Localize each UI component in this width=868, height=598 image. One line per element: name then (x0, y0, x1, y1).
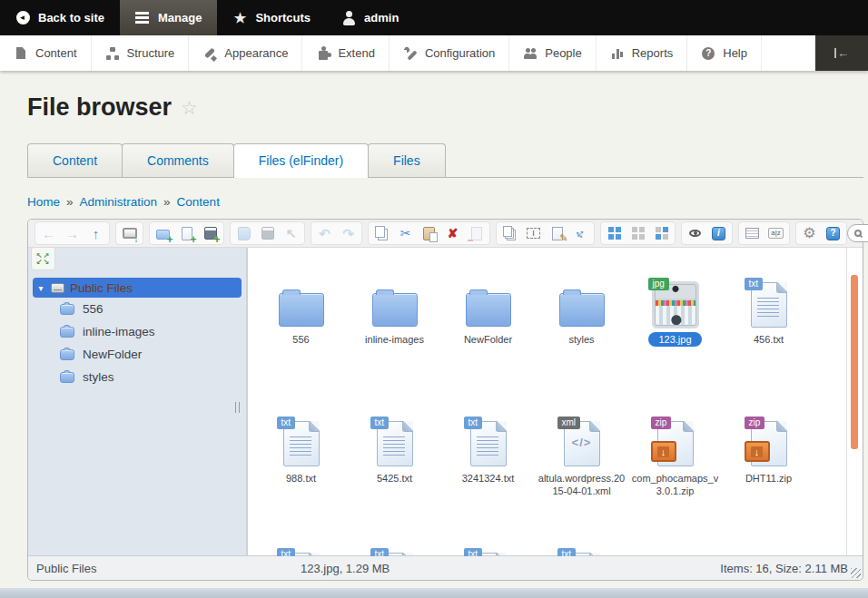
file-item-556[interactable]: 556 (254, 277, 348, 347)
file-item-3241324-txt[interactable]: txt3241324.txt (441, 416, 535, 498)
admin-menu-configuration[interactable]: Configuration (390, 35, 509, 71)
nav-item-styles[interactable]: styles (28, 366, 246, 388)
breadcrumb-link-home[interactable]: Home (27, 195, 60, 209)
elfinder-widget: ✖ ↖↗↙↘ ▾Public Files556inline-imagesNewF… (27, 219, 863, 581)
home-icon (123, 226, 137, 240)
tab-comments[interactable]: Comments (122, 143, 234, 177)
file-item-styles[interactable]: styles (535, 277, 628, 347)
filetype-badge: txt (277, 548, 296, 556)
file-row: txt988.txttxt5425.txttxt3241324.txtxml</… (254, 416, 815, 498)
new-file-button[interactable] (175, 223, 198, 243)
admin-bar-item-manage[interactable]: Manage (120, 0, 217, 35)
details-button[interactable] (741, 223, 764, 243)
scrollbar-thumb[interactable] (851, 275, 858, 449)
new-folder-button[interactable] (152, 223, 174, 243)
status-selected-file: 123.jpg, 1.29 MB (301, 562, 390, 575)
copy-button[interactable] (370, 223, 393, 243)
page-content: File browser ☆ ContentCommentsFiles (elF… (0, 71, 868, 581)
file-item-dht11-zip[interactable]: zipDHT11.zip (722, 416, 815, 498)
search-icon (854, 230, 862, 237)
toolbar-group (35, 221, 110, 245)
people-icon (523, 46, 538, 61)
preview-button[interactable] (684, 223, 706, 243)
toolbar-group (795, 221, 847, 245)
home-button[interactable] (118, 223, 141, 243)
admin-menu-label: Extend (338, 46, 374, 60)
admin-bar-item-admin[interactable]: admin (326, 0, 414, 35)
duplicate-button[interactable] (498, 223, 521, 243)
file-item-5425-txt[interactable]: txt5425.txt (348, 416, 441, 498)
admin-bar-item-label: admin (364, 11, 399, 25)
file-icon: jpg (652, 277, 699, 329)
favorite-star-icon[interactable]: ☆ (181, 97, 198, 119)
file-row: 556inline-imagesNewFolderstylesjpg123.jp… (254, 277, 815, 347)
file-item-988-txt[interactable]: txt988.txt (254, 416, 348, 498)
admin-menu-bar: ContentStructureAppearanceExtendConfigur… (0, 35, 868, 71)
breadcrumb-link-content[interactable]: Content (177, 195, 220, 209)
tab-files[interactable]: Files (368, 143, 446, 177)
view-list-button[interactable] (626, 223, 649, 243)
admin-menu-spacer (762, 35, 815, 71)
file-item-123-jpg[interactable]: jpg123.jpg (628, 277, 722, 347)
user-icon (341, 11, 356, 25)
toolbar-collapse-button[interactable]: ← (815, 35, 868, 71)
view-icons-button[interactable] (603, 223, 626, 243)
vertical-scrollbar[interactable] (846, 248, 863, 556)
cut-button[interactable] (394, 223, 417, 243)
rename-icon (527, 226, 541, 240)
splitter-handle-icon (235, 402, 240, 413)
admin-menu-people[interactable]: People (509, 35, 596, 71)
tab-content[interactable]: Content (27, 143, 123, 177)
resize-button[interactable] (569, 223, 592, 243)
delete-button[interactable] (441, 223, 464, 243)
admin-menu-content[interactable]: Content (0, 35, 92, 71)
filetype-badge: txt (370, 548, 390, 556)
view-compact-button[interactable] (650, 223, 673, 243)
extend-icon (316, 46, 330, 61)
admin-menu-structure[interactable]: Structure (92, 35, 190, 71)
content-icon (14, 46, 28, 61)
info-button[interactable] (707, 223, 730, 243)
nav-item-inline-images[interactable]: inline-images (28, 320, 246, 343)
file-label: 3241324.txt (462, 472, 515, 485)
fullscreen-toggle-button[interactable]: ↖↗↙↘ (31, 248, 55, 270)
help-icon (701, 46, 715, 61)
resize-grip-icon[interactable] (851, 568, 861, 578)
nav-item-public-files[interactable]: ▾Public Files (33, 278, 242, 298)
up-button[interactable] (84, 223, 107, 243)
edit-button[interactable] (546, 223, 568, 243)
upload-button[interactable] (199, 223, 222, 243)
nav-item-556[interactable]: 556 (28, 298, 246, 320)
toolbar-group (681, 221, 733, 245)
folder-icon (60, 349, 74, 360)
file-item-newfolder[interactable]: NewFolder (441, 277, 535, 347)
preferences-button[interactable] (798, 223, 821, 243)
breadcrumb-separator: » (163, 195, 171, 209)
screen: Back to siteManageShortcutsadmin Content… (0, 0, 868, 598)
admin-menu-extend[interactable]: Extend (302, 35, 389, 71)
info-icon (712, 226, 726, 240)
xml-glyph: </> (565, 436, 599, 449)
admin-bar-item-shortcuts[interactable]: Shortcuts (217, 0, 326, 35)
file-item-inline-images[interactable]: inline-images (348, 277, 441, 347)
rename-button[interactable] (522, 223, 545, 243)
admin-bar-item-back-to-site[interactable]: Back to site (0, 0, 120, 35)
admin-menu-items: ContentStructureAppearanceExtendConfigur… (0, 35, 762, 71)
file-item-456-txt[interactable]: txt456.txt (722, 277, 815, 347)
admin-menu-help[interactable]: Help (687, 35, 762, 71)
sort-button[interactable] (764, 223, 787, 243)
admin-menu-reports[interactable]: Reports (597, 35, 688, 71)
redo-icon (341, 226, 356, 240)
toolbar-group (149, 221, 224, 245)
file-item-altula-wordpress-2015-04-01-xml[interactable]: xml</>altula.wordpress.2015-04-01.xml (535, 416, 628, 498)
file-item-com-phocamaps-v3-0-1-zip[interactable]: zipcom_phocamaps_v3.0.1.zip (628, 416, 722, 498)
toolbar-group (230, 221, 305, 245)
help-button[interactable] (822, 223, 844, 243)
breadcrumb-link-administration[interactable]: Administration (80, 195, 158, 209)
paste-button[interactable] (418, 223, 440, 243)
admin-menu-appearance[interactable]: Appearance (189, 35, 302, 71)
nav-item-newfolder[interactable]: NewFolder (28, 343, 246, 366)
filetype-badge: txt (277, 417, 296, 429)
back-circle-icon (15, 11, 30, 25)
tab-files-elfinder[interactable]: Files (elFinder) (233, 143, 369, 178)
